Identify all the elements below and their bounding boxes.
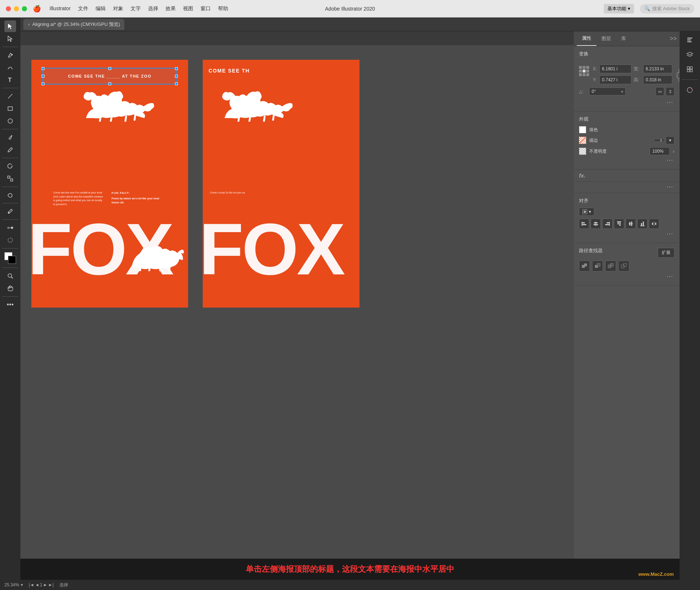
scale-tool[interactable] [4, 173, 16, 184]
align-more-button[interactable]: ⋯ [579, 229, 674, 238]
direct-selection-tool[interactable] [4, 33, 16, 44]
menu-window[interactable]: 窗口 [201, 5, 211, 12]
menu-help[interactable]: 帮助 [218, 5, 228, 12]
more-tools[interactable]: ••• [4, 299, 16, 310]
fill-swatch[interactable] [579, 126, 586, 133]
panel-expand-icon[interactable]: >> [670, 35, 677, 42]
canvas-wrapper[interactable]: COME SEE THE _____ AT THE ZOO [20, 45, 574, 580]
align-left-button[interactable] [579, 219, 589, 229]
width-input[interactable] [643, 65, 672, 73]
pathfinder-expand-button[interactable]: 扩展 [658, 248, 674, 258]
page-next-button[interactable]: ► [43, 582, 47, 587]
handle-middle-left[interactable] [42, 75, 44, 78]
fx-section: fx. [574, 169, 680, 182]
handle-bottom-left[interactable] [42, 82, 44, 85]
rotate-input-wrapper[interactable]: 0° ▾ [589, 87, 626, 95]
properties-panel-icon[interactable] [684, 34, 696, 46]
pathfinder-intersect-button[interactable] [605, 261, 616, 271]
menu-view[interactable]: 视图 [183, 5, 193, 12]
hand-tool[interactable] [4, 282, 16, 294]
type-tool[interactable]: T [4, 74, 16, 86]
document-tab[interactable]: × Aligning.ai* @ 25.34% (CMYK/GPU 预览) [23, 19, 124, 30]
pencil-tool[interactable] [4, 144, 16, 156]
menu-app-name[interactable]: Illustrator [50, 5, 71, 12]
pen-tool[interactable] [4, 49, 16, 61]
menu-select[interactable]: 选择 [148, 5, 158, 12]
selection-tool[interactable] [4, 20, 16, 32]
zoom-display[interactable]: 25.34% ▾ [4, 582, 23, 587]
handle-top-left[interactable] [42, 67, 44, 70]
menu-effects[interactable]: 效果 [166, 5, 176, 12]
distribute-h-button[interactable] [649, 219, 659, 229]
x-input[interactable] [599, 65, 631, 73]
line-tool[interactable] [4, 90, 16, 102]
menu-items: Illustrator 文件 编辑 对象 文字 选择 效果 视图 窗口 帮助 [50, 5, 228, 12]
page-first-button[interactable]: |◄ [29, 582, 34, 587]
align-bottom-button[interactable] [637, 219, 648, 229]
pathfinder-unite-button[interactable] [579, 261, 590, 271]
blend-tool[interactable] [4, 222, 16, 234]
zoom-tool[interactable] [4, 270, 16, 282]
handle-bottom-middle[interactable] [108, 82, 111, 85]
tab-close-icon[interactable]: × [28, 22, 30, 27]
pathfinder-more-button[interactable]: ⋯ [579, 271, 674, 281]
opacity-expand-icon[interactable]: › [673, 148, 674, 154]
align-top-button[interactable] [614, 219, 624, 229]
align-center-h-button[interactable] [591, 219, 601, 229]
workspace-selector[interactable]: 基本功能 ▾ [604, 4, 634, 13]
minimize-button[interactable] [14, 6, 19, 11]
menu-edit[interactable]: 编辑 [96, 5, 106, 12]
close-button[interactable] [6, 6, 11, 11]
menu-file[interactable]: 文件 [78, 5, 88, 12]
align-right-button[interactable] [602, 219, 612, 229]
page-last-button[interactable]: ►| [48, 582, 54, 587]
flip-horizontal-button[interactable]: ⇔ [656, 87, 664, 96]
handle-middle-right[interactable] [175, 75, 178, 78]
color-selector[interactable] [4, 252, 16, 264]
opacity-input[interactable] [650, 147, 670, 155]
flip-vertical-button[interactable]: ⇕ [666, 87, 674, 96]
curvature-tool[interactable] [4, 62, 16, 73]
rectangle-tool[interactable] [4, 103, 16, 114]
eyedropper-tool[interactable] [4, 206, 16, 217]
menu-text[interactable]: 文字 [131, 5, 141, 12]
handle-top-right[interactable] [175, 67, 178, 70]
tab-properties[interactable]: 属性 [577, 31, 596, 46]
library-panel-icon[interactable] [684, 63, 696, 75]
align-to-dropdown[interactable]: ▾ [579, 208, 594, 216]
background-color[interactable] [8, 256, 16, 264]
ellipse-tool[interactable] [4, 115, 16, 127]
layers-panel-icon[interactable] [684, 49, 696, 60]
fx-more-button[interactable]: ⋯ [579, 182, 674, 191]
pathfinder-exclude-button[interactable] [618, 261, 629, 271]
rotate-tool[interactable] [4, 160, 16, 172]
align-center-v-button[interactable] [626, 219, 636, 229]
adobe-stock-search[interactable]: 🔍 搜索 Adobe Stock [640, 4, 694, 13]
menu-object[interactable]: 对象 [113, 5, 123, 12]
handle-bottom-right[interactable] [175, 82, 178, 85]
poster-left[interactable]: COME SEE THE _____ AT THE ZOO [31, 60, 188, 308]
stroke-options-dropdown[interactable]: ▾ [666, 136, 674, 144]
transform-reference-grid[interactable] [579, 66, 589, 76]
right-tool-separator [682, 79, 698, 80]
lasso-tool[interactable] [4, 234, 16, 246]
stroke-swatch[interactable] [579, 137, 586, 144]
tab-layers[interactable]: 图层 [596, 32, 616, 46]
appearance-more-button[interactable]: ⋯ [579, 155, 674, 165]
transform-more-button[interactable]: ⋯ [579, 97, 674, 107]
page-prev-button[interactable]: ◄ [35, 582, 39, 587]
rotate-dropdown-icon: ▾ [621, 90, 623, 94]
poster-body-left: Come see the new Fox exhibit at your loc… [53, 191, 104, 206]
fullscreen-button[interactable] [22, 6, 27, 11]
stroke-weight-input[interactable] [654, 139, 664, 142]
paintbrush-tool[interactable] [4, 132, 16, 143]
poster-right[interactable]: COME SEE TH [203, 60, 359, 308]
warp-tool[interactable] [4, 189, 16, 201]
y-input[interactable] [599, 75, 631, 84]
color-wheel-icon[interactable] [684, 84, 696, 96]
handle-top-middle[interactable] [108, 67, 111, 70]
height-input[interactable] [643, 75, 672, 84]
tab-library[interactable]: 库 [616, 32, 631, 46]
apple-menu-icon[interactable]: 🍎 [33, 5, 41, 13]
pathfinder-minus-front-button[interactable] [592, 261, 603, 271]
